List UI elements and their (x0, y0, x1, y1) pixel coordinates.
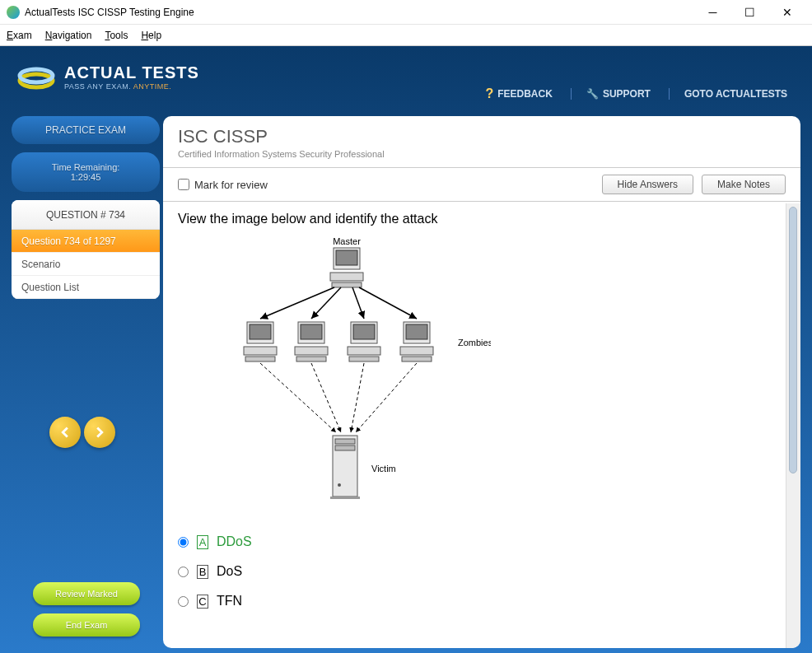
maximize-button[interactable]: ☐ (731, 1, 768, 24)
review-marked-button[interactable]: Review Marked (33, 582, 140, 605)
svg-rect-21 (349, 357, 379, 361)
time-value: 1:29:45 (71, 172, 101, 182)
exam-subtitle: Certified Information Systems Security P… (178, 149, 786, 159)
answer-option-b[interactable]: B DoS (178, 564, 786, 579)
svg-rect-20 (348, 347, 380, 355)
answer-text: TFN (217, 594, 242, 609)
end-exam-button[interactable]: End Exam (33, 613, 140, 637)
logo: ACTUAL TESTS PASS ANY EXAM. ANYTIME. (16, 58, 199, 97)
menu-help[interactable]: Help (141, 30, 161, 41)
answer-text: DoS (217, 564, 242, 579)
svg-rect-17 (296, 357, 326, 361)
svg-line-29 (356, 363, 417, 432)
answer-radio-a[interactable] (178, 537, 189, 548)
svg-rect-23 (406, 324, 427, 339)
app-header: ACTUAL TESTS PASS ANY EXAM. ANYTIME. ? F… (0, 46, 812, 108)
goto-link[interactable]: GOTO ACTUALTESTS (669, 88, 796, 100)
feedback-link[interactable]: ? FEEDBACK (477, 86, 560, 101)
mark-checkbox[interactable] (178, 179, 189, 190)
prev-button[interactable] (49, 417, 81, 448)
svg-rect-31 (335, 439, 355, 444)
svg-rect-15 (301, 324, 322, 339)
answer-letter: C (197, 595, 208, 609)
content-header: ISC CISSP Certified Information Systems … (163, 116, 800, 168)
answer-letter: B (197, 565, 208, 579)
menu-bar: Exam Navigation Tools Help (0, 25, 812, 46)
time-remaining-pill: Time Remaining: 1:29:45 (12, 152, 160, 192)
app-body: ACTUAL TESTS PASS ANY EXAM. ANYTIME. ? F… (0, 46, 812, 653)
svg-rect-5 (332, 282, 362, 287)
question-nav: QUESTION # 734 Question 734 of 1297 Scen… (12, 200, 160, 299)
answer-option-c[interactable]: C TFN (178, 594, 786, 609)
svg-rect-34 (330, 497, 360, 499)
question-nav-header: QUESTION # 734 (12, 200, 160, 230)
logo-subtitle: PASS ANY EXAM. ANYTIME. (64, 82, 199, 91)
diagram-master-label: Master (333, 236, 361, 246)
svg-rect-3 (336, 250, 357, 265)
svg-rect-13 (245, 357, 275, 361)
answer-radio-b[interactable] (178, 567, 189, 577)
time-label: Time Remaining: (52, 162, 120, 172)
svg-line-28 (351, 363, 364, 432)
bottom-buttons: Review Marked End Exam (33, 582, 140, 637)
hide-answers-button[interactable]: Hide Answers (602, 175, 693, 194)
window-titlebar: ActualTests ISC CISSP Testing Engine ─ ☐… (0, 0, 812, 25)
menu-navigation[interactable]: Navigation (45, 30, 92, 41)
question-body: View the image below and identify the at… (163, 202, 800, 646)
svg-rect-30 (333, 436, 357, 497)
close-button[interactable]: ✕ (768, 1, 805, 24)
app-icon (7, 6, 20, 19)
question-icon: ? (485, 86, 493, 101)
window-controls: ─ ☐ ✕ (694, 1, 805, 24)
svg-point-33 (338, 483, 341, 487)
minimize-button[interactable]: ─ (694, 1, 731, 24)
svg-rect-32 (335, 445, 355, 450)
attack-diagram: Master (211, 235, 786, 510)
svg-line-27 (311, 363, 341, 432)
scrollbar-thumb[interactable] (789, 207, 797, 473)
sidebar-item-scenario[interactable]: Scenario (12, 253, 160, 276)
sidebar: PRACTICE EXAM Time Remaining: 1:29:45 QU… (12, 116, 160, 299)
answer-text: DDoS (217, 534, 252, 549)
logo-title: ACTUAL TESTS (64, 63, 199, 82)
answer-option-a[interactable]: A DDoS (178, 534, 786, 549)
diagram-zombies-label: Zombies (458, 338, 491, 347)
menu-tools[interactable]: Tools (105, 30, 128, 41)
answer-list: A DDoS B DoS C TFN (178, 534, 786, 609)
answer-radio-c[interactable] (178, 596, 189, 607)
question-text: View the image below and identify the at… (178, 212, 786, 226)
svg-line-6 (260, 287, 334, 319)
next-button[interactable] (84, 417, 115, 448)
make-notes-button[interactable]: Make Notes (702, 175, 786, 194)
svg-rect-4 (330, 273, 363, 281)
mark-for-review[interactable]: Mark for review (178, 179, 268, 191)
svg-line-7 (311, 287, 341, 319)
wrench-icon: 🔧 (586, 88, 599, 100)
sidebar-item-question-list[interactable]: Question List (12, 276, 160, 299)
window-title: ActualTests ISC CISSP Testing Engine (25, 7, 694, 18)
exam-title: ISC CISSP (178, 126, 786, 147)
svg-line-9 (359, 287, 417, 319)
svg-rect-16 (295, 347, 328, 355)
question-toolbar: Mark for review Hide Answers Make Notes (163, 168, 800, 202)
support-link[interactable]: 🔧 SUPPORT (571, 88, 659, 100)
sidebar-item-question[interactable]: Question 734 of 1297 (12, 230, 160, 253)
logo-icon (16, 58, 56, 97)
diagram-victim-label: Victim (371, 464, 396, 473)
svg-rect-19 (353, 324, 375, 339)
svg-line-8 (352, 287, 364, 319)
svg-rect-25 (402, 357, 432, 361)
menu-exam[interactable]: Exam (7, 30, 32, 41)
header-links: ? FEEDBACK 🔧 SUPPORT GOTO ACTUALTESTS (477, 86, 796, 101)
svg-rect-24 (400, 347, 433, 355)
svg-rect-12 (244, 347, 277, 355)
content-panel: ISC CISSP Certified Information Systems … (163, 116, 800, 648)
practice-exam-pill[interactable]: PRACTICE EXAM (12, 116, 160, 144)
svg-rect-11 (250, 324, 271, 339)
answer-letter: A (197, 535, 208, 549)
scrollbar[interactable] (786, 203, 800, 648)
nav-arrows (49, 417, 115, 448)
svg-line-26 (260, 363, 336, 432)
